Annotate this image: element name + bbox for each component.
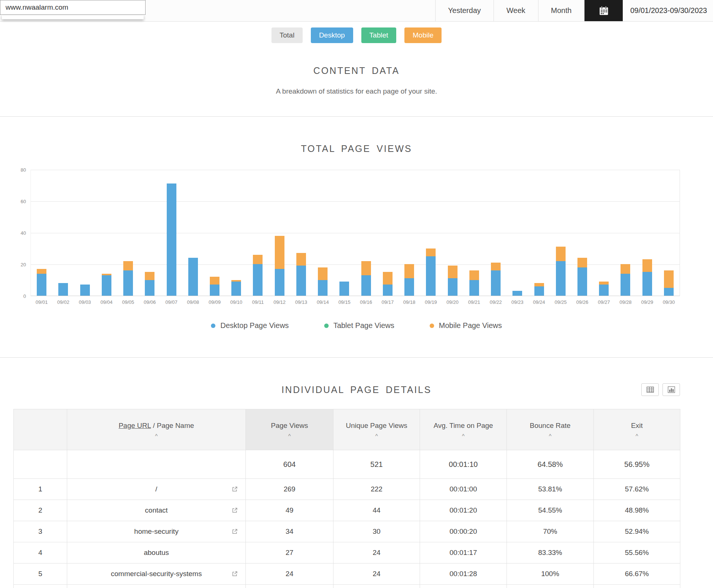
bar-column (31, 170, 52, 296)
x-axis-label: 09/05 (117, 299, 139, 305)
x-axis-label: 09/07 (160, 299, 182, 305)
x-axis-label: 09/10 (225, 299, 247, 305)
x-axis-label: 09/27 (593, 299, 615, 305)
table-view-button[interactable] (641, 383, 659, 396)
filter-tablet-button[interactable]: Tablet (361, 27, 397, 43)
mobile-bar-segment (426, 248, 436, 256)
y-axis-tick: 40 (21, 230, 26, 236)
filter-mobile-button[interactable]: Mobile (404, 27, 442, 43)
page-views-value: 49 (246, 500, 333, 521)
table-row: 3home-security343000:00:2070%52.94% (14, 521, 680, 542)
external-link-icon[interactable] (231, 571, 238, 577)
filter-total-button[interactable]: Total (271, 27, 303, 43)
desktop-bar-segment (58, 283, 68, 296)
range-tab-month[interactable]: Month (538, 0, 585, 21)
x-axis-label: 09/11 (247, 299, 268, 305)
sort-caret-icon: ^ (337, 434, 416, 438)
desktop-bar-segment (426, 256, 436, 296)
col-exit[interactable]: Exit ^ (594, 409, 680, 450)
x-axis-label: 09/24 (528, 299, 550, 305)
mobile-bar-segment (383, 272, 393, 285)
exit-rate-value: 52.94% (594, 521, 680, 542)
x-axis-label: 09/03 (74, 299, 95, 305)
bounce-rate-value: 100% (507, 563, 594, 585)
bar-column (96, 170, 117, 296)
col-unique-page-views[interactable]: Unique Page Views ^ (333, 409, 420, 450)
mobile-bar-segment (642, 259, 652, 272)
avg-time-value: 00:01:28 (420, 563, 507, 585)
bar-column (485, 170, 507, 296)
desktop-bar-segment (37, 274, 46, 296)
chart-view-button[interactable] (662, 383, 680, 396)
exit-rate-value: 48.98% (594, 500, 680, 521)
external-link-icon[interactable] (231, 486, 238, 493)
col-page-url[interactable]: Page URL / Page Name ^ (67, 409, 246, 450)
calendar-icon (598, 5, 609, 16)
x-axis-label: 09/16 (355, 299, 377, 305)
row-number: 1 (14, 479, 67, 500)
chart-legend: Desktop Page Views Tablet Page Views Mob… (0, 321, 713, 330)
summary-row: 604 521 00:01:10 64.58% 56.95% (14, 450, 680, 479)
x-axis-label: 09/02 (52, 299, 74, 305)
view-toggles (641, 383, 680, 396)
row-number: 4 (14, 542, 67, 563)
external-link-icon[interactable] (231, 507, 238, 514)
summary-avg-time: 00:01:10 (420, 450, 507, 479)
x-axis-label: 09/18 (398, 299, 420, 305)
bar-column (204, 170, 225, 296)
mobile-bar-segment (664, 270, 674, 288)
bar-column (139, 170, 160, 296)
external-link-icon[interactable] (231, 528, 238, 535)
table-row: 1/26922200:01:0053.81%57.62% (14, 479, 680, 500)
bar-column (355, 170, 377, 296)
col-row-number (14, 409, 67, 450)
calendar-button[interactable] (584, 0, 623, 21)
range-tab-week[interactable]: Week (494, 0, 538, 21)
bar-column (117, 170, 139, 296)
desktop-bar-segment (188, 258, 198, 296)
mobile-bar-segment (491, 263, 501, 270)
url-suggestion-dropdown (2, 15, 144, 19)
page-details-table: Page URL / Page Name ^ Page Views ^ Uniq… (13, 409, 680, 588)
bar-column (333, 170, 355, 296)
col-avg-time-on-page[interactable]: Avg. Time on Page ^ (420, 409, 507, 450)
mobile-bar-segment (210, 277, 219, 285)
chart-plot-area (30, 170, 680, 296)
exit-rate-value: 66.67% (594, 563, 680, 585)
mobile-bar-segment (577, 258, 587, 267)
bounce-rate-value: 100% (507, 585, 594, 588)
chart-x-labels: 09/0109/0209/0309/0409/0509/0609/0709/08… (31, 299, 680, 305)
desktop-bar-segment (469, 280, 479, 296)
x-axis-label: 09/15 (333, 299, 355, 305)
legend-desktop: Desktop Page Views (211, 321, 289, 330)
date-range-label[interactable]: 09/01/2023-09/30/2023 (623, 0, 713, 21)
page-name: aboutus (67, 542, 246, 563)
desktop-bar-segment (361, 275, 371, 296)
x-axis-label: 09/13 (290, 299, 312, 305)
col-page-views[interactable]: Page Views ^ (246, 409, 333, 450)
x-axis-label: 09/08 (182, 299, 204, 305)
desktop-bar-segment (339, 282, 349, 296)
row-number: 5 (14, 563, 67, 585)
y-axis-tick: 0 (23, 293, 26, 299)
x-axis-label: 09/26 (572, 299, 593, 305)
bounce-rate-value: 54.55% (507, 500, 594, 521)
filter-desktop-button[interactable]: Desktop (311, 27, 353, 43)
mobile-bar-segment (37, 269, 46, 274)
desktop-bar-segment (534, 286, 544, 296)
bar-column (269, 170, 290, 296)
bar-column (398, 170, 420, 296)
site-url-input[interactable] (0, 0, 146, 15)
sort-caret-icon: ^ (250, 434, 329, 438)
range-tab-yesterday[interactable]: Yesterday (435, 0, 494, 21)
content-data-subtitle: A breakdown of statistics for each page … (0, 87, 713, 95)
page-views-chart: 020406080 (11, 170, 680, 296)
col-bounce-rate[interactable]: Bounce Rate ^ (507, 409, 594, 450)
exit-rate-value: 60% (594, 585, 680, 588)
x-axis-label: 09/30 (658, 299, 680, 305)
x-axis-label: 09/25 (550, 299, 572, 305)
page-views-value: 269 (246, 479, 333, 500)
desktop-bar-segment (512, 291, 522, 296)
desktop-bar-segment (556, 261, 566, 296)
bar-column (290, 170, 312, 296)
